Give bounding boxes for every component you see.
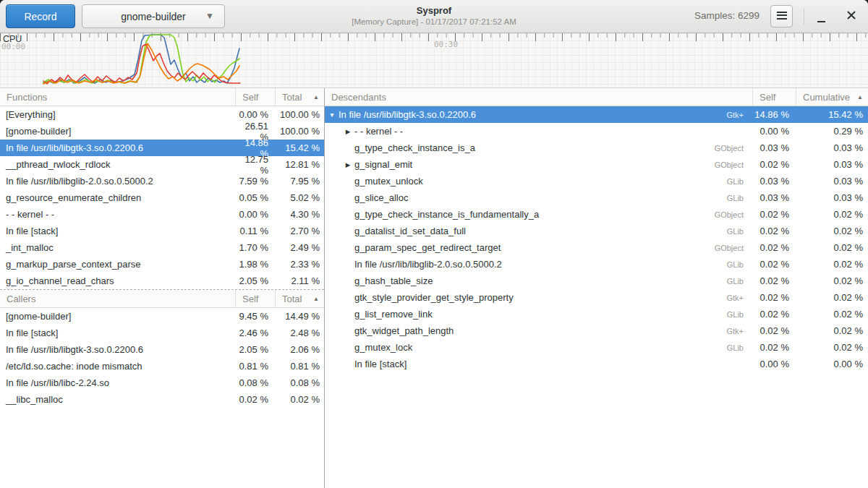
cumulative-percent: 0.02 % — [796, 309, 868, 320]
table-row[interactable]: [gnome-builder]9.45 %14.49 % — [0, 308, 324, 325]
tree-row[interactable]: ▶- - kernel - -0.00 %0.29 % — [325, 123, 868, 140]
tree-row[interactable]: g_datalist_id_set_data_fullGLib0.02 %0.0… — [325, 223, 868, 239]
total-percent: 100.00 % — [275, 109, 324, 120]
function-name: In file /usr/lib/libglib-2.0.so.0.5000.2 — [352, 259, 727, 270]
functions-column-header[interactable]: Functions — [0, 92, 235, 103]
self-percent: 0.81 % — [235, 361, 275, 372]
library-tag: GLib — [727, 227, 752, 236]
self-percent: 12.75 % — [235, 154, 275, 176]
descendants-self-column-header[interactable]: Self — [752, 88, 796, 106]
function-name: In file /usr/lib/libglib-2.0.so.0.5000.2 — [0, 176, 235, 187]
tree-row[interactable]: In file /usr/lib/libglib-2.0.so.0.5000.2… — [325, 256, 868, 273]
function-name: In file [stack] — [0, 226, 235, 236]
table-row[interactable]: [gnome-builder]26.51 %100.00 % — [0, 123, 324, 140]
table-row[interactable]: g_resource_enumerate_children0.05 %5.02 … — [0, 189, 324, 206]
tree-row[interactable]: gtk_style_provider_get_style_propertyGtk… — [325, 289, 868, 306]
callers-self-column-header[interactable]: Self — [235, 290, 275, 307]
expander-open-icon[interactable]: ▼ — [328, 111, 336, 119]
menu-button[interactable] — [770, 5, 793, 27]
self-percent: 0.03 % — [752, 192, 796, 203]
descendants-column-header[interactable]: Descendants — [325, 92, 752, 103]
header-separator — [804, 8, 804, 25]
total-percent: 2.06 % — [275, 344, 324, 355]
library-tag: GObject — [715, 244, 752, 252]
sort-ascending-icon: ▲ — [313, 94, 319, 100]
tree-row[interactable]: g_hash_table_sizeGLib0.02 %0.02 % — [325, 273, 868, 289]
functions-self-column-header[interactable]: Self — [235, 88, 275, 106]
table-row[interactable]: __libc_malloc0.02 %0.02 % — [0, 391, 324, 408]
function-name: g_param_spec_get_redirect_target — [352, 242, 715, 253]
library-tag: Gtk+ — [726, 111, 752, 119]
tree-row[interactable]: g_slice_allocGLib0.03 %0.03 % — [325, 189, 868, 206]
total-percent: 12.81 % — [275, 159, 324, 170]
cumulative-percent: 0.03 % — [796, 159, 868, 170]
tree-row[interactable]: ▶g_signal_emitGObject0.02 %0.03 % — [325, 156, 868, 173]
library-tag: GObject — [715, 144, 752, 153]
self-percent: 0.02 % — [752, 342, 796, 353]
table-row[interactable]: - - kernel - -0.00 %4.30 % — [0, 206, 324, 223]
record-button[interactable]: Record — [6, 4, 75, 28]
tree-row[interactable]: g_type_check_instance_is_aGObject0.03 %0… — [325, 140, 868, 156]
left-pane: Functions Self Total ▲ [Everything]0.00 … — [0, 88, 324, 488]
table-row[interactable]: /etc/ld.so.cache: inode mismatch0.81 %0.… — [0, 358, 324, 374]
cumulative-percent: 0.02 % — [796, 325, 868, 336]
table-row[interactable]: [Everything]0.00 %100.00 % — [0, 106, 324, 123]
function-name: g_signal_emit — [352, 159, 715, 170]
callers-header-row: Callers Self Total ▲ — [0, 290, 324, 308]
total-percent: 2.11 % — [275, 275, 324, 286]
table-row[interactable]: In file [stack]0.11 %2.70 % — [0, 223, 324, 239]
expander-closed-icon[interactable]: ▶ — [344, 128, 352, 135]
table-row[interactable]: g_io_channel_read_chars2.05 %2.11 % — [0, 273, 324, 289]
library-tag: GLib — [727, 194, 752, 202]
tree-row[interactable]: ▼In file /usr/lib/libgtk-3.so.0.2200.6Gt… — [325, 106, 868, 123]
table-row[interactable]: _int_malloc1.70 %2.49 % — [0, 239, 324, 256]
function-name: gtk_widget_path_length — [352, 325, 726, 336]
table-row[interactable]: In file [stack]2.46 %2.48 % — [0, 325, 324, 341]
table-row[interactable]: In file /usr/lib/libglib-2.0.so.0.5000.2… — [0, 173, 324, 189]
table-row[interactable]: g_markup_parse_context_parse1.98 %2.33 % — [0, 256, 324, 273]
cumulative-percent: 0.03 % — [796, 192, 868, 203]
tree-row[interactable]: g_list_remove_linkGLib0.02 %0.02 % — [325, 306, 868, 322]
close-button[interactable] — [841, 5, 862, 27]
cpu-graph[interactable]: CPU 00:00 00:30 — [0, 33, 868, 88]
cumulative-percent: 0.02 % — [796, 226, 868, 236]
cumulative-percent: 0.02 % — [796, 259, 868, 270]
self-percent: 1.70 % — [235, 242, 275, 253]
tree-row[interactable]: g_mutex_unlockGLib0.03 %0.03 % — [325, 173, 868, 189]
tree-row[interactable]: gtk_widget_path_lengthGtk+0.02 %0.02 % — [325, 322, 868, 339]
library-tag: GObject — [715, 210, 752, 219]
descendants-cumulative-column-header[interactable]: Cumulative ▲ — [796, 88, 868, 106]
cumulative-percent: 0.03 % — [796, 176, 868, 187]
library-tag: GObject — [715, 160, 752, 169]
self-percent: 0.02 % — [752, 209, 796, 220]
tree-row[interactable]: In file [stack]0.00 %0.00 % — [325, 356, 868, 372]
minimize-button[interactable] — [810, 5, 832, 27]
table-row[interactable]: __pthread_rwlock_rdlock12.75 %12.81 % — [0, 156, 324, 173]
table-row[interactable]: In file /usr/lib/libgtk-3.so.0.2200.614.… — [0, 140, 324, 156]
expander-closed-icon[interactable]: ▶ — [344, 161, 352, 168]
tree-row[interactable]: g_mutex_lockGLib0.02 %0.02 % — [325, 339, 868, 356]
samples-count: Samples: 6299 — [694, 10, 760, 21]
self-percent: 0.02 % — [752, 159, 796, 170]
close-icon — [847, 11, 856, 20]
tree-row[interactable]: g_type_check_instance_is_fundamentally_a… — [325, 206, 868, 223]
library-tag: Gtk+ — [726, 294, 752, 302]
table-row[interactable]: In file /usr/lib/libgtk-3.so.0.2200.62.0… — [0, 341, 324, 358]
tree-row[interactable]: g_param_spec_get_redirect_targetGObject0… — [325, 239, 868, 256]
table-row[interactable]: In file /usr/lib/libc-2.24.so0.08 %0.08 … — [0, 374, 324, 391]
main-content: Functions Self Total ▲ [Everything]0.00 … — [0, 88, 868, 488]
self-percent: 0.00 % — [752, 126, 796, 137]
sort-ascending-icon: ▲ — [313, 296, 319, 302]
total-percent: 4.30 % — [275, 209, 324, 220]
process-selector-dropdown[interactable]: gnome-builder ▼ — [82, 4, 225, 28]
cumulative-percent: 15.42 % — [796, 109, 868, 120]
cpu-blue-line — [43, 35, 239, 83]
functions-header-row: Functions Self Total ▲ — [0, 88, 324, 106]
sort-ascending-icon: ▲ — [857, 94, 863, 100]
minimize-icon — [817, 21, 825, 22]
callers-column-header[interactable]: Callers — [0, 294, 235, 304]
callers-total-column-header[interactable]: Total ▲ — [275, 290, 324, 307]
function-name: In file /usr/lib/libc-2.24.so — [0, 377, 235, 388]
library-tag: GLib — [727, 310, 752, 319]
functions-total-column-header[interactable]: Total ▲ — [275, 88, 324, 106]
